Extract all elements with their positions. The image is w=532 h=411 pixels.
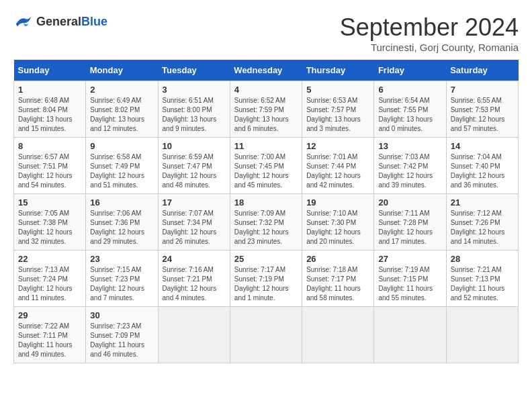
day-number: 12 bbox=[306, 141, 369, 151]
weekday-header-saturday: Saturday bbox=[446, 60, 518, 81]
day-number: 8 bbox=[18, 141, 81, 151]
day-info: Sunrise: 7:09 AM Sunset: 7:32 PM Dayligh… bbox=[234, 209, 298, 246]
calendar-cell: 4 Sunrise: 6:52 AM Sunset: 7:59 PM Dayli… bbox=[230, 81, 302, 138]
weekday-header-tuesday: Tuesday bbox=[158, 60, 230, 81]
day-info: Sunrise: 7:03 AM Sunset: 7:42 PM Dayligh… bbox=[378, 152, 441, 190]
weekday-header-sunday: Sunday bbox=[14, 60, 86, 81]
day-number: 16 bbox=[90, 197, 153, 208]
day-info: Sunrise: 6:54 AM Sunset: 7:55 PM Dayligh… bbox=[378, 96, 441, 134]
day-info: Sunrise: 7:07 AM Sunset: 7:34 PM Dayligh… bbox=[163, 209, 226, 246]
calendar-cell: 30 Sunrise: 7:23 AM Sunset: 7:09 PM Dayl… bbox=[86, 307, 158, 363]
calendar-cell bbox=[446, 307, 518, 363]
day-number: 30 bbox=[90, 310, 153, 320]
calendar-cell bbox=[374, 307, 446, 363]
day-info: Sunrise: 7:05 AM Sunset: 7:38 PM Dayligh… bbox=[18, 209, 81, 246]
day-number: 9 bbox=[90, 141, 153, 151]
weekday-header-wednesday: Wednesday bbox=[230, 60, 302, 81]
calendar-cell: 14 Sunrise: 7:04 AM Sunset: 7:40 PM Dayl… bbox=[446, 138, 518, 194]
calendar-cell: 16 Sunrise: 7:06 AM Sunset: 7:36 PM Dayl… bbox=[86, 194, 158, 250]
day-info: Sunrise: 7:10 AM Sunset: 7:30 PM Dayligh… bbox=[306, 209, 369, 246]
day-info: Sunrise: 7:12 AM Sunset: 7:26 PM Dayligh… bbox=[451, 209, 514, 246]
day-info: Sunrise: 7:06 AM Sunset: 7:36 PM Dayligh… bbox=[90, 209, 153, 246]
calendar-cell: 20 Sunrise: 7:11 AM Sunset: 7:28 PM Dayl… bbox=[374, 194, 446, 250]
logo-blue: Blue bbox=[81, 15, 107, 28]
day-info: Sunrise: 6:53 AM Sunset: 7:57 PM Dayligh… bbox=[306, 96, 369, 134]
day-info: Sunrise: 6:49 AM Sunset: 8:02 PM Dayligh… bbox=[90, 96, 153, 134]
location: Turcinesti, Gorj County, Romania bbox=[340, 42, 519, 53]
weekday-header-thursday: Thursday bbox=[302, 60, 374, 81]
day-info: Sunrise: 7:21 AM Sunset: 7:13 PM Dayligh… bbox=[451, 265, 514, 303]
logo: GeneralBlue bbox=[13, 13, 107, 30]
calendar-cell: 7 Sunrise: 6:55 AM Sunset: 7:53 PM Dayli… bbox=[446, 81, 518, 138]
day-info: Sunrise: 7:22 AM Sunset: 7:11 PM Dayligh… bbox=[18, 322, 81, 359]
day-number: 13 bbox=[378, 141, 441, 151]
day-number: 27 bbox=[378, 254, 441, 264]
page-header: GeneralBlue September 2024 Turcinesti, G… bbox=[13, 13, 519, 53]
day-info: Sunrise: 7:11 AM Sunset: 7:28 PM Dayligh… bbox=[378, 209, 441, 246]
weekday-header-row: SundayMondayTuesdayWednesdayThursdayFrid… bbox=[14, 60, 519, 81]
logo-text: GeneralBlue bbox=[36, 15, 107, 29]
day-number: 17 bbox=[163, 197, 226, 208]
calendar-cell: 17 Sunrise: 7:07 AM Sunset: 7:34 PM Dayl… bbox=[158, 194, 230, 250]
day-number: 1 bbox=[18, 85, 81, 95]
day-info: Sunrise: 6:51 AM Sunset: 8:00 PM Dayligh… bbox=[163, 96, 226, 134]
calendar-body: 1 Sunrise: 6:48 AM Sunset: 8:04 PM Dayli… bbox=[14, 81, 519, 363]
calendar-cell: 12 Sunrise: 7:01 AM Sunset: 7:44 PM Dayl… bbox=[302, 138, 374, 194]
calendar-cell: 10 Sunrise: 6:59 AM Sunset: 7:47 PM Dayl… bbox=[158, 138, 230, 194]
calendar-cell: 5 Sunrise: 6:53 AM Sunset: 7:57 PM Dayli… bbox=[302, 81, 374, 138]
calendar-cell: 22 Sunrise: 7:13 AM Sunset: 7:24 PM Dayl… bbox=[14, 250, 86, 307]
day-info: Sunrise: 6:48 AM Sunset: 8:04 PM Dayligh… bbox=[18, 96, 81, 134]
week-row-4: 22 Sunrise: 7:13 AM Sunset: 7:24 PM Dayl… bbox=[14, 250, 519, 307]
day-number: 6 bbox=[378, 85, 441, 95]
day-number: 29 bbox=[18, 310, 81, 320]
day-info: Sunrise: 6:59 AM Sunset: 7:47 PM Dayligh… bbox=[163, 152, 226, 190]
week-row-2: 8 Sunrise: 6:57 AM Sunset: 7:51 PM Dayli… bbox=[14, 138, 519, 194]
calendar-cell: 19 Sunrise: 7:10 AM Sunset: 7:30 PM Dayl… bbox=[302, 194, 374, 250]
day-info: Sunrise: 7:23 AM Sunset: 7:09 PM Dayligh… bbox=[90, 322, 153, 359]
calendar-cell: 13 Sunrise: 7:03 AM Sunset: 7:42 PM Dayl… bbox=[374, 138, 446, 194]
day-number: 23 bbox=[90, 254, 153, 264]
day-number: 20 bbox=[378, 197, 441, 208]
week-row-5: 29 Sunrise: 7:22 AM Sunset: 7:11 PM Dayl… bbox=[14, 307, 519, 363]
calendar-cell: 21 Sunrise: 7:12 AM Sunset: 7:26 PM Dayl… bbox=[446, 194, 518, 250]
calendar-cell: 1 Sunrise: 6:48 AM Sunset: 8:04 PM Dayli… bbox=[14, 81, 86, 138]
calendar-cell bbox=[230, 307, 302, 363]
calendar-cell: 9 Sunrise: 6:58 AM Sunset: 7:49 PM Dayli… bbox=[86, 138, 158, 194]
calendar-cell: 27 Sunrise: 7:19 AM Sunset: 7:15 PM Dayl… bbox=[374, 250, 446, 307]
day-number: 4 bbox=[234, 85, 298, 95]
day-number: 26 bbox=[306, 254, 369, 264]
day-number: 11 bbox=[234, 141, 298, 151]
calendar-cell: 6 Sunrise: 6:54 AM Sunset: 7:55 PM Dayli… bbox=[374, 81, 446, 138]
logo-general: General bbox=[36, 15, 81, 28]
day-info: Sunrise: 7:15 AM Sunset: 7:23 PM Dayligh… bbox=[90, 265, 153, 303]
week-row-1: 1 Sunrise: 6:48 AM Sunset: 8:04 PM Dayli… bbox=[14, 81, 519, 138]
day-number: 15 bbox=[18, 197, 81, 208]
calendar-cell: 25 Sunrise: 7:17 AM Sunset: 7:19 PM Dayl… bbox=[230, 250, 302, 307]
day-info: Sunrise: 6:55 AM Sunset: 7:53 PM Dayligh… bbox=[451, 96, 514, 134]
day-number: 18 bbox=[234, 197, 298, 208]
calendar-cell: 29 Sunrise: 7:22 AM Sunset: 7:11 PM Dayl… bbox=[14, 307, 86, 363]
day-info: Sunrise: 6:57 AM Sunset: 7:51 PM Dayligh… bbox=[18, 152, 81, 190]
day-info: Sunrise: 7:13 AM Sunset: 7:24 PM Dayligh… bbox=[18, 265, 81, 303]
day-info: Sunrise: 7:00 AM Sunset: 7:45 PM Dayligh… bbox=[234, 152, 298, 190]
day-number: 3 bbox=[163, 85, 226, 95]
calendar-cell bbox=[158, 307, 230, 363]
day-number: 7 bbox=[451, 85, 514, 95]
day-info: Sunrise: 6:52 AM Sunset: 7:59 PM Dayligh… bbox=[234, 96, 298, 134]
day-number: 5 bbox=[306, 85, 369, 95]
day-number: 22 bbox=[18, 254, 81, 264]
calendar-cell: 26 Sunrise: 7:18 AM Sunset: 7:17 PM Dayl… bbox=[302, 250, 374, 307]
day-number: 28 bbox=[451, 254, 514, 264]
calendar-cell bbox=[302, 307, 374, 363]
calendar-cell: 8 Sunrise: 6:57 AM Sunset: 7:51 PM Dayli… bbox=[14, 138, 86, 194]
calendar-header: SundayMondayTuesdayWednesdayThursdayFrid… bbox=[14, 60, 519, 81]
calendar-cell: 3 Sunrise: 6:51 AM Sunset: 8:00 PM Dayli… bbox=[158, 81, 230, 138]
calendar-cell: 2 Sunrise: 6:49 AM Sunset: 8:02 PM Dayli… bbox=[86, 81, 158, 138]
day-number: 24 bbox=[163, 254, 226, 264]
calendar-cell: 24 Sunrise: 7:16 AM Sunset: 7:21 PM Dayl… bbox=[158, 250, 230, 307]
day-number: 10 bbox=[163, 141, 226, 151]
weekday-header-monday: Monday bbox=[86, 60, 158, 81]
calendar-cell: 28 Sunrise: 7:21 AM Sunset: 7:13 PM Dayl… bbox=[446, 250, 518, 307]
logo-bird-icon bbox=[13, 13, 34, 30]
day-number: 2 bbox=[90, 85, 153, 95]
